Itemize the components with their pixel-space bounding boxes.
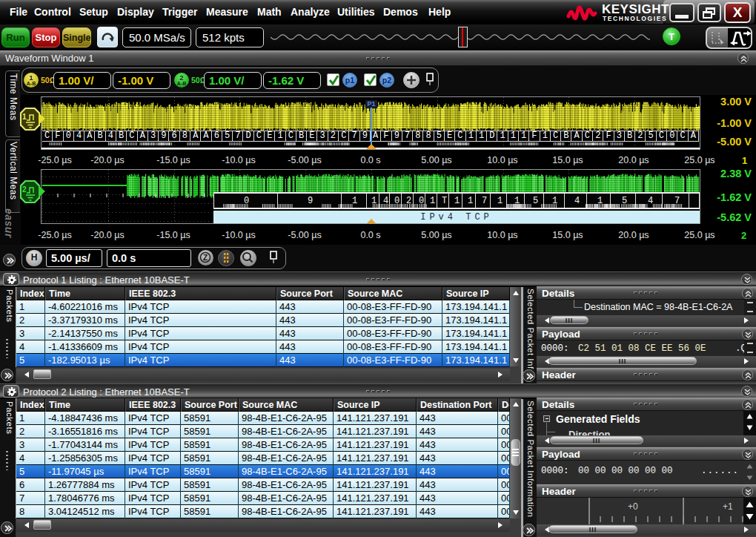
svg-text:2: 2 — [22, 185, 27, 194]
svg-text:1: 1 — [22, 113, 27, 121]
svg-text:Z: Z — [203, 254, 208, 262]
